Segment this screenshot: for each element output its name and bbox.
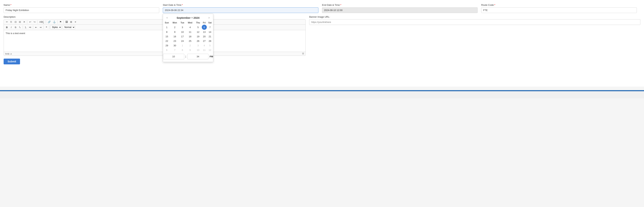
calendar-day-cell[interactable]: 19 [194,34,202,39]
indent-right-button[interactable]: ⇥ [38,26,42,29]
calendar-day-cell: 9 [186,48,194,52]
bold-button[interactable]: B [5,26,9,29]
strikethrough-button[interactable]: S [14,26,18,29]
italic-button[interactable]: I [9,26,13,29]
calendar-day-cell[interactable]: 26 [194,39,202,43]
spellcheck-button[interactable]: ABC̲ [38,20,45,24]
calendar-day-cell: 10 [194,48,202,52]
name-input[interactable] [4,8,159,13]
calendar-day-cell[interactable]: 25 [186,39,194,43]
calendar-day-cell[interactable]: 10 [179,30,186,34]
calendar-day-cell: 7 [170,48,179,52]
toolbar-sep-3 [46,20,46,24]
calendar-day-cell[interactable]: 3 [179,25,186,30]
toolbar-sep-7 [33,26,33,29]
ordered-list-button[interactable]: 1. [24,26,28,29]
normal-select[interactable]: Normal [63,25,75,29]
calendar-days-header-row: Sun Mon Tue Wed Thu Fri Sat [163,21,213,25]
unordered-list-button[interactable]: •≡ [28,26,32,29]
toolbar-sep-4 [58,20,58,24]
calendar-day-cell[interactable]: 17 [179,34,186,39]
anchor-button[interactable]: ⚓ [52,20,56,24]
calendar-day-cell[interactable]: 14 [207,30,213,34]
paste-button[interactable]: ⊡ [14,20,18,24]
calendar-day-cell[interactable]: 20 [202,34,207,39]
redo-button[interactable]: ↪ [32,20,36,24]
calendar-day-cell[interactable]: 15 [163,34,170,39]
calendar-next-button[interactable]: › [208,16,210,20]
toolbar-sep-6 [23,26,23,29]
calendar-day-cell[interactable]: 7 [207,25,213,30]
editor-footer-body: body [5,53,10,55]
submit-button[interactable]: Submit [4,58,20,64]
calendar-day-cell[interactable]: 13 [202,30,207,34]
banner-image-url-input[interactable] [309,19,640,25]
start-datetime-input[interactable] [163,8,318,13]
calendar-day-cell: 3 [194,43,202,48]
cal-header-mon: Mon [170,21,179,25]
time-colon: : [185,55,186,58]
time-row: : PM [163,52,213,60]
calendar-month-chevron[interactable]: ∨ [191,16,193,19]
clear-button[interactable]: ✕ [22,20,26,24]
calendar-body: 1234567891011121314151617181920212223242… [163,25,213,52]
calendar-day-cell[interactable]: 6 [202,25,207,30]
calendar-day-cell[interactable]: 27 [202,39,207,43]
time-hour-input[interactable] [163,54,184,59]
copy-button[interactable]: ⎘ [9,20,13,24]
calendar-day-cell[interactable]: 9 [170,30,179,34]
cal-header-wed: Wed [186,21,194,25]
calendar-day-cell[interactable]: 8 [163,30,170,34]
styles-select[interactable]: Styles [50,25,62,29]
calendar-day-cell[interactable]: 29 [163,43,170,48]
time-minute-input[interactable] [187,54,208,59]
link-button[interactable]: 🔗 [47,20,52,24]
cal-header-tue: Tue [179,21,186,25]
calendar-day-cell[interactable]: 30 [170,43,179,48]
clear-format-button[interactable]: Ix [18,26,22,29]
calendar-day-cell: 4 [202,43,207,48]
calendar-week-row: 1234567 [163,25,213,30]
end-datetime-input[interactable] [322,8,478,13]
calendar-day-cell: 12 [207,48,213,52]
cut-button[interactable]: ✂ [5,20,9,24]
calendar-day-cell[interactable]: 2 [170,25,179,30]
toolbar-sep-8 [43,26,44,29]
calendar-day-cell[interactable]: 12 [194,30,202,34]
calendar-day-cell: 8 [179,48,186,52]
calendar-day-cell[interactable]: 24 [179,39,186,43]
table-button[interactable]: ⊞ [69,20,73,24]
cal-header-sun: Sun [163,21,170,25]
calendar-day-cell[interactable]: 4 [186,25,194,30]
undo-button[interactable]: ↩ [28,20,32,24]
route-code-field-group: Route Code:* [481,4,640,13]
indent-left-button[interactable]: ⇤ [34,26,38,29]
calendar-day-cell[interactable]: 23 [170,39,179,43]
start-datetime-label: Start Date & Time:* [163,4,318,6]
calendar-day-cell: 1 [179,43,186,48]
editor-format-toolbar: B I S Ix 1. •≡ ⇤ ⇥ ❝ Styles [4,24,306,30]
image-button[interactable]: 🖼 [64,20,69,24]
editor-content[interactable]: This is a test event [4,30,306,52]
calendar-week-row: 891011121314 [163,30,213,34]
calendar-prev-button[interactable]: ‹ [166,16,168,20]
editor-resize-handle[interactable] [302,53,304,54]
editor-footer: body p [4,52,306,56]
calendar-day-cell[interactable]: 1 [163,25,170,30]
flag-button[interactable]: ⚑ [58,20,62,24]
paste-text-button[interactable]: ⊟ [18,20,22,24]
route-code-input[interactable] [481,8,637,13]
calendar-week-row: 6789101112 [163,48,213,52]
calendar-day-cell[interactable]: 16 [170,34,179,39]
cal-header-thu: Thu [194,21,202,25]
hr-button[interactable]: ≡ [74,20,77,24]
calendar-day-cell[interactable]: 18 [186,34,194,39]
form-container: Name:* Start Date & Time:* ‹ September ∨… [0,0,644,86]
blockquote-button[interactable]: ❝ [44,26,48,29]
calendar-day-cell[interactable]: 28 [207,39,213,43]
calendar-day-cell[interactable]: 22 [163,39,170,43]
calendar-day-cell[interactable]: 11 [186,30,194,34]
calendar-day-cell[interactable]: 5 [194,25,202,30]
calendar-day-cell[interactable]: 21 [207,34,213,39]
route-code-label: Route Code:* [481,4,637,6]
